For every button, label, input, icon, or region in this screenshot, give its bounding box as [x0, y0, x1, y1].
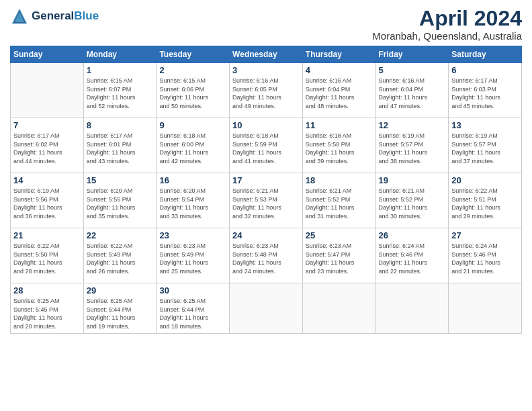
calendar-week-row: 21Sunrise: 6:22 AM Sunset: 5:50 PM Dayli… — [11, 228, 522, 283]
calendar-cell: 18Sunrise: 6:21 AM Sunset: 5:52 PM Dayli… — [302, 173, 375, 228]
day-info: Sunrise: 6:24 AM Sunset: 5:46 PM Dayligh… — [451, 242, 519, 275]
weekday-header-monday: Monday — [83, 46, 157, 63]
calendar-cell: 27Sunrise: 6:24 AM Sunset: 5:46 PM Dayli… — [449, 228, 522, 283]
day-number: 8 — [87, 120, 154, 130]
day-number: 10 — [232, 120, 300, 130]
calendar-cell: 29Sunrise: 6:25 AM Sunset: 5:44 PM Dayli… — [83, 283, 157, 333]
calendar-cell: 4Sunrise: 6:16 AM Sunset: 6:04 PM Daylig… — [302, 63, 375, 118]
calendar-cell: 23Sunrise: 6:23 AM Sunset: 5:49 PM Dayli… — [157, 228, 230, 283]
day-info: Sunrise: 6:18 AM Sunset: 5:58 PM Dayligh… — [306, 132, 373, 165]
day-number: 11 — [306, 120, 373, 130]
day-info: Sunrise: 6:23 AM Sunset: 5:48 PM Dayligh… — [232, 242, 300, 275]
day-info: Sunrise: 6:22 AM Sunset: 5:51 PM Dayligh… — [451, 187, 519, 220]
weekday-header-tuesday: Tuesday — [157, 46, 230, 63]
calendar-cell: 17Sunrise: 6:21 AM Sunset: 5:53 PM Dayli… — [230, 173, 303, 228]
day-info: Sunrise: 6:22 AM Sunset: 5:49 PM Dayligh… — [87, 242, 154, 275]
calendar-cell: 30Sunrise: 6:25 AM Sunset: 5:44 PM Dayli… — [157, 283, 230, 333]
day-info: Sunrise: 6:16 AM Sunset: 6:05 PM Dayligh… — [232, 77, 300, 110]
day-number: 28 — [13, 285, 81, 295]
calendar-cell: 6Sunrise: 6:17 AM Sunset: 6:03 PM Daylig… — [449, 63, 522, 118]
day-number: 6 — [451, 65, 519, 75]
day-number: 16 — [159, 175, 226, 185]
calendar-cell: 25Sunrise: 6:23 AM Sunset: 5:47 PM Dayli… — [302, 228, 375, 283]
weekday-header-wednesday: Wednesday — [230, 46, 303, 63]
logo: GeneralBlue — [10, 7, 99, 26]
day-number: 5 — [379, 65, 446, 75]
calendar-cell: 16Sunrise: 6:20 AM Sunset: 5:54 PM Dayli… — [157, 173, 230, 228]
day-info: Sunrise: 6:15 AM Sunset: 6:06 PM Dayligh… — [159, 77, 226, 110]
day-info: Sunrise: 6:23 AM Sunset: 5:47 PM Dayligh… — [306, 242, 373, 275]
weekday-header-sunday: Sunday — [11, 46, 84, 63]
day-number: 9 — [159, 120, 226, 130]
calendar-cell — [11, 63, 84, 118]
calendar-table: SundayMondayTuesdayWednesdayThursdayFrid… — [10, 46, 522, 333]
calendar-cell: 19Sunrise: 6:21 AM Sunset: 5:52 PM Dayli… — [375, 173, 449, 228]
day-number: 4 — [306, 65, 373, 75]
calendar-cell: 8Sunrise: 6:17 AM Sunset: 6:01 PM Daylig… — [83, 118, 157, 173]
weekday-header-thursday: Thursday — [302, 46, 375, 63]
calendar-cell — [449, 283, 522, 333]
logo-text: GeneralBlue — [32, 9, 99, 23]
calendar-cell: 26Sunrise: 6:24 AM Sunset: 5:46 PM Dayli… — [375, 228, 449, 283]
calendar-cell: 28Sunrise: 6:25 AM Sunset: 5:45 PM Dayli… — [11, 283, 84, 333]
day-number: 27 — [451, 230, 519, 240]
day-number: 1 — [87, 65, 154, 75]
calendar-cell: 22Sunrise: 6:22 AM Sunset: 5:49 PM Dayli… — [83, 228, 157, 283]
location-subtitle: Moranbah, Queensland, Australia — [372, 30, 522, 42]
calendar-cell: 20Sunrise: 6:22 AM Sunset: 5:51 PM Dayli… — [449, 173, 522, 228]
calendar-cell: 24Sunrise: 6:23 AM Sunset: 5:48 PM Dayli… — [230, 228, 303, 283]
day-info: Sunrise: 6:21 AM Sunset: 5:52 PM Dayligh… — [306, 187, 373, 220]
calendar-cell: 11Sunrise: 6:18 AM Sunset: 5:58 PM Dayli… — [302, 118, 375, 173]
day-info: Sunrise: 6:16 AM Sunset: 6:04 PM Dayligh… — [306, 77, 373, 110]
calendar-week-row: 28Sunrise: 6:25 AM Sunset: 5:45 PM Dayli… — [11, 283, 522, 333]
day-info: Sunrise: 6:18 AM Sunset: 5:59 PM Dayligh… — [232, 132, 300, 165]
weekday-header-friday: Friday — [375, 46, 449, 63]
day-info: Sunrise: 6:16 AM Sunset: 6:04 PM Dayligh… — [379, 77, 446, 110]
day-info: Sunrise: 6:20 AM Sunset: 5:54 PM Dayligh… — [159, 187, 226, 220]
day-info: Sunrise: 6:24 AM Sunset: 5:46 PM Dayligh… — [379, 242, 446, 275]
calendar-cell: 14Sunrise: 6:19 AM Sunset: 5:56 PM Dayli… — [11, 173, 84, 228]
calendar-cell: 10Sunrise: 6:18 AM Sunset: 5:59 PM Dayli… — [230, 118, 303, 173]
calendar-week-row: 7Sunrise: 6:17 AM Sunset: 6:02 PM Daylig… — [11, 118, 522, 173]
title-block: April 2024 Moranbah, Queensland, Austral… — [372, 7, 522, 42]
day-info: Sunrise: 6:17 AM Sunset: 6:02 PM Dayligh… — [13, 132, 81, 165]
calendar-cell: 12Sunrise: 6:19 AM Sunset: 5:57 PM Dayli… — [375, 118, 449, 173]
weekday-header-saturday: Saturday — [449, 46, 522, 63]
day-info: Sunrise: 6:21 AM Sunset: 5:53 PM Dayligh… — [232, 187, 300, 220]
day-number: 29 — [87, 285, 154, 295]
calendar-cell: 5Sunrise: 6:16 AM Sunset: 6:04 PM Daylig… — [375, 63, 449, 118]
calendar-header-row: SundayMondayTuesdayWednesdayThursdayFrid… — [11, 46, 522, 63]
calendar-cell — [230, 283, 303, 333]
day-info: Sunrise: 6:19 AM Sunset: 5:57 PM Dayligh… — [379, 132, 446, 165]
day-info: Sunrise: 6:15 AM Sunset: 6:07 PM Dayligh… — [87, 77, 154, 110]
day-number: 21 — [13, 230, 81, 240]
calendar-cell — [375, 283, 449, 333]
day-info: Sunrise: 6:22 AM Sunset: 5:50 PM Dayligh… — [13, 242, 81, 275]
calendar-cell: 1Sunrise: 6:15 AM Sunset: 6:07 PM Daylig… — [83, 63, 157, 118]
calendar-cell — [302, 283, 375, 333]
main-container: GeneralBlue April 2024 Moranbah, Queensl… — [0, 0, 532, 337]
day-info: Sunrise: 6:23 AM Sunset: 5:49 PM Dayligh… — [159, 242, 226, 275]
day-number: 26 — [379, 230, 446, 240]
calendar-cell: 15Sunrise: 6:20 AM Sunset: 5:55 PM Dayli… — [83, 173, 157, 228]
calendar-week-row: 1Sunrise: 6:15 AM Sunset: 6:07 PM Daylig… — [11, 63, 522, 118]
day-info: Sunrise: 6:17 AM Sunset: 6:01 PM Dayligh… — [87, 132, 154, 165]
day-number: 14 — [13, 175, 81, 185]
day-info: Sunrise: 6:25 AM Sunset: 5:45 PM Dayligh… — [13, 297, 81, 330]
calendar-cell: 21Sunrise: 6:22 AM Sunset: 5:50 PM Dayli… — [11, 228, 84, 283]
day-number: 24 — [232, 230, 300, 240]
day-number: 2 — [159, 65, 226, 75]
day-info: Sunrise: 6:19 AM Sunset: 5:57 PM Dayligh… — [451, 132, 519, 165]
day-info: Sunrise: 6:20 AM Sunset: 5:55 PM Dayligh… — [87, 187, 154, 220]
calendar-week-row: 14Sunrise: 6:19 AM Sunset: 5:56 PM Dayli… — [11, 173, 522, 228]
calendar-cell: 2Sunrise: 6:15 AM Sunset: 6:06 PM Daylig… — [157, 63, 230, 118]
day-number: 17 — [232, 175, 300, 185]
calendar-cell: 7Sunrise: 6:17 AM Sunset: 6:02 PM Daylig… — [11, 118, 84, 173]
day-number: 13 — [451, 120, 519, 130]
day-number: 23 — [159, 230, 226, 240]
calendar-cell: 3Sunrise: 6:16 AM Sunset: 6:05 PM Daylig… — [230, 63, 303, 118]
svg-marker-0 — [12, 9, 27, 24]
calendar-cell: 13Sunrise: 6:19 AM Sunset: 5:57 PM Dayli… — [449, 118, 522, 173]
day-number: 30 — [159, 285, 226, 295]
day-number: 22 — [87, 230, 154, 240]
